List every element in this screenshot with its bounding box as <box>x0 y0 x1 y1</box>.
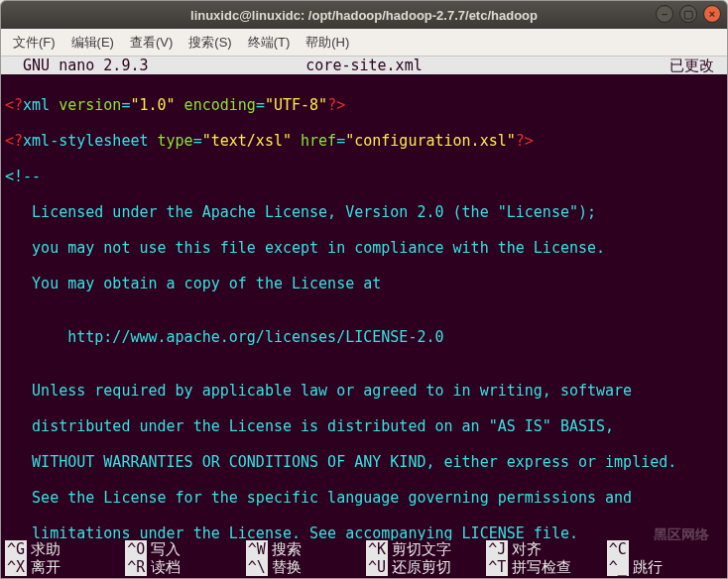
window-title: linuxidc@linuxidc: /opt/hadoop/hadoop-2.… <box>190 8 538 23</box>
shortcut-cut: ^K剪切文字 <box>366 540 486 558</box>
maximize-button[interactable]: ▢ <box>679 5 697 23</box>
nano-app-name: GNU nano 2.9.3 <box>5 57 149 74</box>
nano-shortcuts: ^G求助 ^O写入 ^W搜索 ^K剪切文字 ^J对齐 ^C ^X离开 ^R读档 … <box>1 540 727 578</box>
menubar: 文件(F) 编辑(E) 查看(V) 搜索(S) 终端(T) 帮助(H) <box>1 29 727 57</box>
shortcut-uncut: ^U还原剪切 <box>366 558 486 576</box>
nano-status: 已更改 <box>669 57 723 74</box>
shortcut-read: ^R读档 <box>125 558 245 576</box>
terminal-area[interactable]: GNU nano 2.9.3 core-site.xml 已更改 <?xml v… <box>1 57 727 578</box>
menu-help[interactable]: 帮助(H) <box>300 32 355 54</box>
shortcut-help: ^G求助 <box>5 540 125 558</box>
menu-file[interactable]: 文件(F) <box>7 32 61 54</box>
minimize-button[interactable]: – <box>656 5 673 23</box>
editor-content: <?xml version="1.0" encoding="UTF-8"?> <… <box>1 74 727 578</box>
terminal-window: linuxidc@linuxidc: /opt/hadoop/hadoop-2.… <box>0 0 728 579</box>
menu-edit[interactable]: 编辑(E) <box>65 32 120 54</box>
shortcut-writeout: ^O写入 <box>125 540 245 558</box>
close-button[interactable]: × <box>703 5 721 23</box>
shortcut-curpos: ^C <box>607 540 727 558</box>
shortcut-replace: ^\替换 <box>246 558 366 576</box>
nano-header: GNU nano 2.9.3 core-site.xml 已更改 <box>1 57 727 74</box>
titlebar: linuxidc@linuxidc: /opt/hadoop/hadoop-2.… <box>1 1 727 29</box>
shortcut-spell: ^T拼写检查 <box>486 558 606 576</box>
shortcut-search: ^W搜索 <box>246 540 366 558</box>
window-controls: – ▢ × <box>656 5 721 23</box>
menu-view[interactable]: 查看(V) <box>124 32 179 54</box>
shortcut-gotoline: ^_跳行 <box>607 558 727 576</box>
menu-search[interactable]: 搜索(S) <box>182 32 237 54</box>
shortcut-justify: ^J对齐 <box>486 540 606 558</box>
menu-terminal[interactable]: 终端(T) <box>242 32 297 54</box>
shortcut-exit: ^X离开 <box>5 558 125 576</box>
